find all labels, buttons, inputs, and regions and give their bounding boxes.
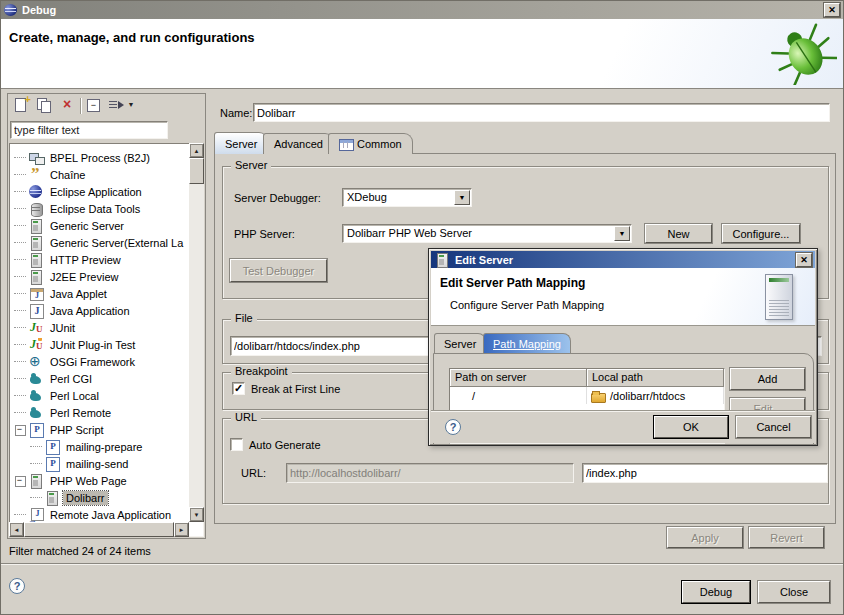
tree-item[interactable]: Generic Server(External La	[10, 234, 203, 251]
delete-configuration-icon[interactable]: ×	[58, 97, 76, 114]
close-button[interactable]: Close	[758, 581, 830, 603]
eclipse-data-tools-icon	[28, 202, 44, 216]
tab-common[interactable]: Common	[328, 133, 413, 154]
test-debugger-button[interactable]: Test Debugger	[230, 259, 327, 282]
configure-server-button[interactable]: Configure...	[722, 224, 800, 243]
chaine-icon	[28, 168, 44, 182]
tab-advanced[interactable]: Advanced	[263, 133, 334, 154]
tree-item[interactable]: mailing-send	[10, 455, 203, 472]
tree-item[interactable]: Perl Remote	[10, 404, 203, 421]
tree-item[interactable]: Perl CGI	[10, 370, 203, 387]
tree-horizontal-scrollbar[interactable]: ◄ ►	[9, 522, 189, 537]
file-group-title: File	[231, 312, 257, 325]
add-mapping-button[interactable]: Add	[730, 368, 805, 390]
tree-item[interactable]: mailing-prepare	[10, 438, 203, 455]
server-debugger-select[interactable]: XDebug ▼	[342, 188, 472, 207]
scroll-right-icon[interactable]: ►	[174, 522, 189, 537]
tree-item[interactable]: PHP Web Page	[10, 472, 203, 489]
url-path-input[interactable]	[582, 463, 828, 483]
expand-toggle[interactable]	[14, 472, 28, 489]
tree-connector	[14, 353, 28, 370]
config-tree: BPEL Process (B2J)ChaîneEclipse Applicat…	[9, 143, 204, 537]
tree-item[interactable]: OSGi Framework	[10, 353, 203, 370]
dialog-title: Edit Server	[455, 254, 513, 266]
toolbar-separator	[80, 98, 81, 114]
column-local-path[interactable]: Local path	[587, 369, 724, 387]
chevron-down-icon[interactable]: ▼	[614, 226, 630, 241]
eclipse-application-icon	[28, 185, 44, 199]
dialog-tab-path-mapping[interactable]: Path Mapping	[483, 333, 571, 353]
scroll-left-icon[interactable]: ◄	[9, 522, 24, 537]
apply-button[interactable]: Apply	[667, 527, 743, 548]
tree-item[interactable]: JUnit	[10, 319, 203, 336]
tree-item[interactable]: Eclipse Data Tools	[10, 200, 203, 217]
dialog-close-icon[interactable]: ✕	[796, 253, 812, 267]
tree-item[interactable]: JUnit Plug-in Test	[10, 336, 203, 353]
tree-item[interactable]: Java Applet	[10, 285, 203, 302]
new-configuration-icon[interactable]	[12, 97, 30, 114]
tree-item[interactable]: J2EE Preview	[10, 268, 203, 285]
tab-server[interactable]: Server	[214, 132, 268, 154]
tree-connector	[14, 370, 28, 387]
header-text: Create, manage, and run configurations	[9, 30, 255, 45]
tree-item[interactable]: Remote Java Application	[10, 506, 203, 523]
revert-button[interactable]: Revert	[749, 527, 824, 548]
tree-item-label: mailing-prepare	[63, 440, 145, 454]
server-group-title: Server	[231, 159, 271, 172]
base-url-input	[286, 463, 574, 483]
scroll-down-icon[interactable]: ▼	[189, 507, 204, 522]
new-server-button[interactable]: New	[645, 224, 712, 243]
dialog-title-bar: Edit Server ✕	[431, 251, 815, 268]
tree-item[interactable]: PHP Script	[10, 421, 203, 438]
help-icon[interactable]: ?	[9, 578, 25, 594]
name-input[interactable]	[253, 103, 830, 122]
ok-button[interactable]: OK	[654, 416, 728, 438]
tree-item-label: Remote Java Application	[47, 508, 174, 522]
scroll-up-icon[interactable]: ▲	[189, 143, 204, 158]
title-bar: Debug ✕	[1, 1, 843, 19]
tree-item-label: Dolibarr	[63, 491, 108, 505]
tree-connector	[14, 506, 28, 523]
tree-item[interactable]: Dolibarr	[10, 489, 203, 506]
junit-icon	[28, 321, 44, 335]
chevron-down-icon[interactable]: ▼	[454, 190, 470, 205]
tree-item-label: Generic Server	[47, 219, 127, 233]
dialog-tab-server[interactable]: Server	[434, 333, 486, 353]
duplicate-configuration-icon[interactable]	[35, 97, 53, 114]
tree-item[interactable]: HTTP Preview	[10, 251, 203, 268]
mapping-row[interactable]: //dolibarr/htdocs	[450, 387, 724, 404]
auto-generate-checkbox[interactable]	[230, 438, 243, 451]
php-web-page-icon	[44, 491, 60, 505]
server-icon	[434, 253, 450, 267]
tree-connector	[14, 302, 28, 319]
tree-item[interactable]: Chaîne	[10, 166, 203, 183]
vertical-scroll-thumb[interactable]	[189, 158, 204, 184]
tree-item[interactable]: Perl Local	[10, 387, 203, 404]
tree-connector	[14, 200, 28, 217]
window-close-icon[interactable]: ✕	[824, 3, 840, 17]
tree-item[interactable]: Java Application	[10, 302, 203, 319]
debug-button[interactable]: Debug	[682, 581, 750, 603]
horizontal-scroll-thumb[interactable]	[24, 522, 174, 537]
tree-connector	[30, 438, 44, 455]
server-icon	[28, 236, 44, 250]
collapse-all-icon[interactable]	[85, 97, 103, 114]
tree-connector	[14, 336, 28, 353]
tree-item[interactable]: Eclipse Application	[10, 183, 203, 200]
folder-icon	[591, 390, 606, 401]
tree-vertical-scrollbar[interactable]: ▲ ▼	[189, 143, 204, 522]
break-first-line-checkbox[interactable]: ✓	[232, 382, 245, 395]
php-server-select[interactable]: Dolibarr PHP Web Server ▼	[342, 224, 632, 243]
url-label: URL:	[241, 467, 266, 479]
server-tower-icon	[765, 274, 793, 320]
filter-configurations-icon[interactable]	[108, 97, 126, 114]
filter-input[interactable]	[10, 121, 168, 139]
cancel-button[interactable]: Cancel	[736, 416, 811, 438]
expand-toggle[interactable]	[14, 421, 28, 438]
dialog-help-icon[interactable]: ?	[445, 419, 461, 435]
dialog-heading: Edit Server Path Mapping	[440, 276, 585, 290]
java-application-icon	[28, 304, 44, 318]
tree-item[interactable]: Generic Server	[10, 217, 203, 234]
toolbar-menu-arrow-icon[interactable]: ▼	[126, 97, 136, 114]
column-path-on-server[interactable]: Path on server	[450, 369, 587, 387]
